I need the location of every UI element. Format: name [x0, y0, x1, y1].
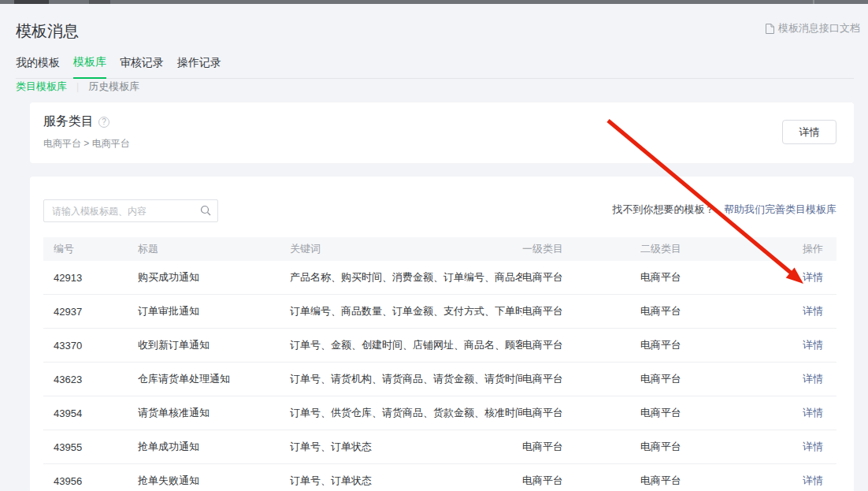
template-category1: 电商平台 — [522, 338, 640, 352]
top-bar — [0, 0, 868, 4]
detail-link[interactable]: 详情 — [803, 373, 823, 385]
template-title: 抢单成功通知 — [138, 440, 290, 454]
template-category2: 电商平台 — [640, 474, 803, 488]
template-title: 购买成功通知 — [138, 270, 290, 285]
template-id: 43954 — [54, 407, 138, 419]
template-title: 抢单失败通知 — [138, 474, 290, 488]
template-keywords: 订单号、供货仓库、请货商品、货款金额、核准时间 — [290, 406, 522, 420]
table-row: 42937 订单审批通知 订单编号、商品数量、订单金额、支付方式、下单时间 电商… — [43, 295, 836, 329]
detail-link[interactable]: 详情 — [803, 271, 823, 283]
template-category1: 电商平台 — [522, 474, 640, 488]
template-category1: 电商平台 — [522, 440, 640, 454]
template-keywords: 产品名称、购买时间、消费金额、订单编号、商品名称、支... — [290, 270, 522, 285]
table-row: 43370 收到新订单通知 订单号、金额、创建时间、店铺网址、商品名、顾客、数量… — [43, 329, 836, 363]
document-icon — [765, 23, 775, 35]
top-bar-segment — [14, 0, 49, 4]
help-question-icon[interactable]: ? — [98, 117, 109, 128]
template-keywords: 订单号、订单状态 — [290, 440, 522, 454]
template-keywords: 订单编号、商品数量、订单金额、支付方式、下单时间 — [290, 304, 522, 318]
search-box — [43, 199, 218, 222]
header-action: 操作 — [803, 242, 836, 256]
template-keywords: 订单号、订单状态 — [290, 474, 522, 488]
top-bar-segment — [89, 0, 110, 4]
detail-link[interactable]: 详情 — [803, 474, 823, 486]
template-category1: 电商平台 — [522, 406, 640, 420]
template-category1: 电商平台 — [522, 372, 640, 386]
subtab-divider: | — [76, 81, 79, 92]
table-row: 43955 抢单成功通知 订单号、订单状态 电商平台 电商平台 详情 — [43, 430, 836, 464]
service-category-title: 服务类目 — [43, 113, 94, 130]
template-category2: 电商平台 — [640, 440, 803, 454]
template-title: 请货单核准通知 — [138, 406, 290, 420]
main-tabs: 我的模板 模板库 审核记录 操作记录 — [16, 52, 854, 79]
template-category2: 电商平台 — [640, 338, 803, 352]
category-detail-button[interactable]: 详情 — [782, 120, 836, 144]
subtab-category-library[interactable]: 类目模板库 — [16, 80, 67, 94]
header-category2: 二级类目 — [640, 242, 803, 256]
sub-tabs: 类目模板库 | 历史模板库 — [16, 80, 139, 94]
api-doc-link-label: 模板消息接口文档 — [778, 21, 860, 35]
detail-link[interactable]: 详情 — [803, 441, 823, 452]
api-doc-link[interactable]: 模板消息接口文档 — [765, 21, 860, 35]
header-keywords: 关键词 — [290, 242, 522, 256]
table-row: 42913 购买成功通知 产品名称、购买时间、消费金额、订单编号、商品名称、支.… — [43, 261, 836, 295]
detail-link[interactable]: 详情 — [803, 407, 823, 418]
library-help-line: 找不到你想要的模板？ 帮助我们完善类目模板库 — [612, 203, 836, 217]
template-id: 42937 — [54, 306, 138, 318]
template-table: 编号 标题 关键词 一级类目 二级类目 操作 42913 购买成功通知 产品名称… — [43, 237, 836, 491]
detail-link[interactable]: 详情 — [803, 339, 823, 351]
template-category2: 电商平台 — [640, 304, 803, 318]
table-row: 43623 仓库请货单处理通知 订单号、请货机构、请货商品、请货金额、请货时间 … — [43, 363, 836, 396]
template-category1: 电商平台 — [522, 304, 640, 318]
tab-operation-records[interactable]: 操作记录 — [177, 53, 221, 78]
template-title: 收到新订单通知 — [138, 338, 290, 352]
search-icon[interactable] — [200, 205, 211, 216]
search-input[interactable] — [43, 199, 218, 222]
top-bar-segment — [813, 0, 814, 4]
template-category2: 电商平台 — [640, 270, 803, 285]
category-breadcrumb: 电商平台 > 电商平台 — [43, 137, 130, 151]
table-header: 编号 标题 关键词 一级类目 二级类目 操作 — [43, 237, 836, 261]
tab-template-library[interactable]: 模板库 — [73, 52, 106, 79]
subtab-history-library[interactable]: 历史模板库 — [88, 80, 139, 94]
table-row: 43956 抢单失败通知 订单号、订单状态 电商平台 电商平台 详情 — [43, 464, 836, 491]
header-category1: 一级类目 — [522, 242, 640, 256]
template-id: 43623 — [54, 374, 138, 385]
header-title: 标题 — [138, 242, 290, 256]
template-id: 43956 — [54, 475, 138, 487]
detail-link[interactable]: 详情 — [803, 305, 823, 317]
template-keywords: 订单号、金额、创建时间、店铺网址、商品名、顾客、数量... — [290, 338, 522, 352]
template-title: 订单审批通知 — [138, 304, 290, 318]
page-title: 模板消息 — [16, 20, 79, 42]
tab-my-templates[interactable]: 我的模板 — [16, 53, 60, 78]
header-id: 编号 — [54, 242, 138, 256]
template-category2: 电商平台 — [640, 372, 803, 386]
template-keywords: 订单号、请货机构、请货商品、请货金额、请货时间 — [290, 372, 522, 386]
template-library-card: 找不到你想要的模板？ 帮助我们完善类目模板库 编号 标题 关键词 一级类目 二级… — [30, 177, 854, 491]
improve-library-link[interactable]: 帮助我们完善类目模板库 — [724, 203, 836, 215]
template-id: 43955 — [54, 441, 138, 453]
template-id: 43370 — [54, 340, 138, 352]
help-prefix-text: 找不到你想要的模板？ — [612, 203, 714, 215]
template-category1: 电商平台 — [522, 270, 640, 285]
template-category2: 电商平台 — [640, 406, 803, 420]
template-id: 42913 — [54, 272, 138, 284]
service-category-card: 服务类目 ? 电商平台 > 电商平台 详情 — [30, 102, 854, 163]
template-title: 仓库请货单处理通知 — [138, 372, 290, 386]
template-message-page: 模板消息 模板消息接口文档 我的模板 模板库 审核记录 操作记录 类目模板库 |… — [0, 0, 868, 491]
tab-review-records[interactable]: 审核记录 — [120, 53, 164, 78]
table-row: 43954 请货单核准通知 订单号、供货仓库、请货商品、货款金额、核准时间 电商… — [43, 396, 836, 430]
service-category-title-row: 服务类目 ? — [43, 113, 109, 130]
